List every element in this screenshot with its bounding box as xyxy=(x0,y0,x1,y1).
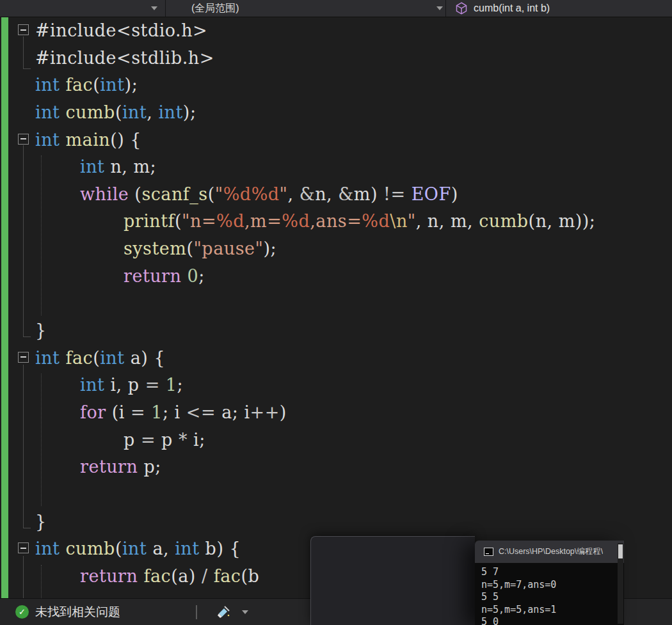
code-token: ( xyxy=(93,75,100,95)
code-line[interactable]: while (scanf_s("%d%d", &n, &m) != EOF) xyxy=(0,181,672,209)
code-token: != xyxy=(383,184,405,204)
code-token: () { xyxy=(110,130,141,150)
code-line[interactable]: int i, p = 1; xyxy=(0,372,672,399)
code-token: ,m= xyxy=(244,211,282,231)
console-output[interactable]: 5 7n=5,m=7,ans=05 5n=5,m=5,ans=15 0 xyxy=(475,563,618,625)
code-line[interactable]: } xyxy=(0,509,672,536)
code-token: main xyxy=(65,130,110,150)
code-token xyxy=(145,402,151,422)
code-line[interactable]: printf("n=%d,m=%d,ans=%d\n", n, m, cumb(… xyxy=(0,208,672,235)
code-token: (n, m)); xyxy=(529,211,596,231)
console-title-bar[interactable]: C:\Users\HP\Desktop\编程程\ xyxy=(475,541,624,563)
code-line[interactable]: int fac(int a) { xyxy=(0,345,672,372)
code-token: scanf_s xyxy=(141,184,207,204)
fold-marker[interactable] xyxy=(18,352,29,363)
fold-marker[interactable] xyxy=(18,24,29,35)
code-token: (a) xyxy=(171,566,202,586)
code-token: 0 xyxy=(188,266,199,286)
code-token: (b xyxy=(241,566,259,586)
console-window[interactable]: C:\Users\HP\Desktop\编程程\ 5 7n=5,m=7,ans=… xyxy=(475,541,624,625)
code-token: " xyxy=(408,211,416,231)
code-token: , n, m, xyxy=(416,211,479,231)
code-line[interactable] xyxy=(0,290,672,317)
code-token: b) { xyxy=(200,539,241,558)
code-token: m) xyxy=(354,184,383,204)
code-line[interactable]: } xyxy=(0,317,672,345)
status-divider xyxy=(196,605,197,619)
code-token: ) xyxy=(280,402,287,422)
code-token: fac xyxy=(65,348,93,368)
code-line[interactable]: system("pause"); xyxy=(0,235,672,263)
code-token: int xyxy=(122,539,147,558)
code-token: fac xyxy=(214,566,241,586)
code-line[interactable]: return 0; xyxy=(0,263,672,290)
code-token: a, xyxy=(147,539,175,558)
code-token: i; xyxy=(188,430,205,450)
code-token: "n= xyxy=(182,211,216,231)
code-token: ++ xyxy=(250,402,280,422)
method-cube-icon xyxy=(455,2,468,15)
code-token: = xyxy=(145,375,160,395)
code-line[interactable]: int cumb(int, int); xyxy=(0,99,672,127)
code-token: cumb xyxy=(479,211,528,231)
chevron-down-icon xyxy=(242,610,248,614)
member-dropdown-value: cumb(int a, int b) xyxy=(474,3,550,14)
code-line[interactable]: #include<stdlib.h> xyxy=(0,45,672,72)
code-token: int xyxy=(80,375,104,395)
code-token: fac xyxy=(144,566,172,586)
problems-status[interactable]: ✓ 未找到相关问题 xyxy=(15,604,120,621)
code-token: while xyxy=(80,184,129,204)
scope-dropdown-value: (全局范围) xyxy=(191,2,430,15)
code-token xyxy=(160,375,166,395)
scrollbar-thumb[interactable] xyxy=(618,544,623,558)
code-line[interactable]: #include<stdio.h> xyxy=(0,17,672,45)
fold-marker[interactable] xyxy=(18,134,29,145)
code-token xyxy=(181,266,187,286)
code-line[interactable]: return p; xyxy=(0,454,672,481)
code-token: ; xyxy=(198,266,205,286)
code-line[interactable]: int fac(int); xyxy=(0,72,672,99)
background-window[interactable] xyxy=(310,536,475,625)
code-line[interactable]: for (i = 1; i <= a; i++) xyxy=(0,399,672,427)
console-title: C:\Users\HP\Desktop\编程程\ xyxy=(499,546,603,557)
code-token: " xyxy=(280,184,288,204)
code-token: int xyxy=(122,102,147,122)
code-token: a) { xyxy=(125,348,165,368)
code-line[interactable] xyxy=(0,481,672,509)
code-cleanup-button[interactable] xyxy=(215,605,248,620)
code-token: ( xyxy=(208,184,215,204)
code-token xyxy=(138,566,143,586)
code-token: %d xyxy=(223,184,252,204)
scope-dropdown[interactable]: (全局范围) xyxy=(166,0,446,17)
code-token: printf xyxy=(124,211,175,231)
code-token: \n xyxy=(390,211,408,231)
code-line[interactable]: p = p * i; xyxy=(0,427,672,454)
code-token: ( xyxy=(175,211,182,231)
code-token: "pause" xyxy=(193,239,263,258)
code-token: int xyxy=(35,348,60,368)
code-area[interactable]: #include<stdio.h>#include<stdlib.h>int f… xyxy=(0,17,672,598)
code-token: ) xyxy=(451,184,458,204)
project-dropdown[interactable] xyxy=(0,0,166,17)
code-token: int xyxy=(35,102,60,122)
code-token: ( xyxy=(129,184,141,204)
code-token: cumb xyxy=(65,102,115,122)
code-token: int xyxy=(35,539,60,558)
member-dropdown[interactable]: cumb(int a, int b) xyxy=(446,0,672,17)
code-token: int xyxy=(100,75,124,95)
console-scrollbar[interactable] xyxy=(618,543,623,624)
code-line[interactable]: int n, m; xyxy=(0,154,672,181)
broom-icon xyxy=(215,605,232,620)
code-token: %d xyxy=(362,211,390,231)
code-token: = xyxy=(141,430,156,450)
vs-editor-window: (全局范围) cumb(int a, int b) #include<stdio… xyxy=(0,0,672,625)
code-token: ; i xyxy=(163,402,186,422)
console-line: 5 0 xyxy=(481,616,618,625)
code-token: } xyxy=(35,320,47,340)
code-line[interactable]: int main() { xyxy=(0,127,672,154)
fold-marker[interactable] xyxy=(18,542,29,553)
code-editor[interactable]: #include<stdio.h>#include<stdlib.h>int f… xyxy=(0,17,672,598)
code-token: } xyxy=(35,512,47,532)
code-token: / xyxy=(202,566,208,586)
console-line: n=5,m=7,ans=0 xyxy=(481,579,618,592)
